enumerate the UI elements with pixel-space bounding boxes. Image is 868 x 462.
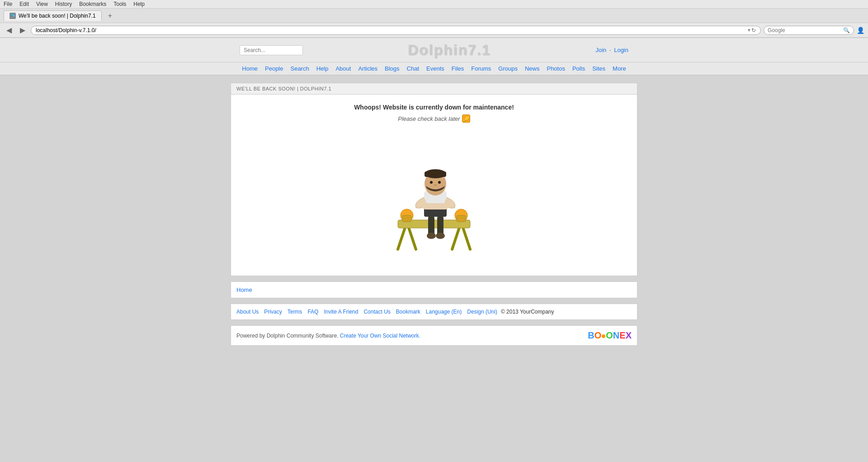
nav-box: Home — [231, 281, 637, 298]
nav-news[interactable]: News — [525, 65, 540, 72]
join-link[interactable]: Join — [595, 47, 606, 53]
svg-rect-8 — [457, 215, 466, 222]
nav-blogs[interactable]: Blogs — [385, 65, 400, 72]
address-dropdown-icon[interactable]: ▼ — [747, 28, 751, 33]
refresh-icon[interactable]: ↻ — [751, 27, 756, 33]
powered-text: Powered by Dolphin Community Software. C… — [236, 333, 420, 339]
address-bar[interactable]: ▼ ↻ — [31, 26, 761, 35]
nav-sites[interactable]: Sites — [592, 65, 605, 72]
footer-box: About Us Privacy Terms FAQ Invite A Frie… — [231, 304, 637, 320]
emoji-icon: 🔑 — [462, 114, 470, 123]
menu-bookmarks[interactable]: Bookmarks — [79, 1, 106, 7]
site-title: Dolphin7.1 — [408, 42, 491, 58]
powered-box: Powered by Dolphin Community Software. C… — [231, 325, 637, 346]
address-input[interactable] — [36, 27, 747, 33]
nav-search[interactable]: Search — [290, 65, 309, 72]
footer-contact[interactable]: Contact Us — [363, 309, 390, 315]
nav-events[interactable]: Events — [426, 65, 444, 72]
site-header: Dolphin7.1 Join · Login — [0, 38, 868, 62]
svg-rect-6 — [402, 215, 411, 222]
footer-privacy[interactable]: Privacy — [264, 309, 282, 315]
browser-search-input[interactable] — [768, 27, 843, 33]
boonex-o1: O — [594, 330, 602, 340]
maintenance-sub: Please check back later 🔑 — [398, 114, 470, 123]
menu-help[interactable]: Help — [133, 1, 145, 7]
browser-toolbar: ◀ ▶ ▼ ↻ 🔍 👤 — [0, 23, 868, 38]
svg-rect-15 — [423, 203, 448, 210]
website: Dolphin7.1 Join · Login Home People Sear… — [0, 38, 868, 445]
svg-point-12 — [436, 233, 445, 239]
create-network-link[interactable]: Create Your Own Social Network. — [340, 333, 420, 339]
new-tab-button[interactable]: + — [105, 11, 115, 21]
maintenance-title: Whoops! Website is currently down for ma… — [354, 104, 514, 111]
footer-invite[interactable]: Invite A Friend — [324, 309, 358, 315]
footer-design[interactable]: Design (Uni) — [467, 309, 497, 315]
maintenance-sub-text: Please check back later — [398, 115, 460, 122]
nav-chat[interactable]: Chat — [407, 65, 419, 72]
tab-title: We'll be back soon! | Dolphin7.1 — [19, 13, 96, 19]
boonex-o2: O — [606, 330, 613, 340]
back-button[interactable]: ◀ — [4, 25, 14, 35]
content-box-body: Whoops! Website is currently down for ma… — [231, 95, 637, 276]
menu-edit[interactable]: Edit — [19, 1, 29, 7]
menu-view[interactable]: View — [36, 1, 48, 7]
svg-point-11 — [427, 233, 436, 239]
nav-polls[interactable]: Polls — [572, 65, 585, 72]
powered-by-text: Powered by Dolphin Community Software. — [236, 333, 338, 339]
login-link[interactable]: Login — [614, 47, 628, 53]
header-inner: Dolphin7.1 Join · Login — [231, 42, 637, 58]
site-search-input[interactable] — [240, 45, 303, 55]
boonex-x: X — [626, 330, 632, 340]
menu-history[interactable]: History — [55, 1, 72, 7]
header-auth: Join · Login — [595, 47, 628, 53]
main-area: WE'LL BE BACK SOON! | DOLPHIN7.1 Whoops!… — [231, 83, 637, 346]
nav-groups[interactable]: Groups — [498, 65, 518, 72]
footer-copyright: © 2013 YourCompany — [501, 309, 554, 315]
nav-more[interactable]: More — [613, 65, 626, 72]
svg-rect-18 — [425, 171, 446, 177]
nav-home[interactable]: Home — [242, 65, 258, 72]
browser-extra-icon: 👤 — [857, 27, 864, 34]
boonex-dot — [602, 334, 605, 338]
nav-forums[interactable]: Forums — [471, 65, 491, 72]
svg-point-21 — [434, 184, 437, 186]
construction-svg — [371, 132, 497, 258]
construction-figure — [371, 132, 497, 258]
menu-file[interactable]: File — [4, 1, 12, 7]
boonex-b: B — [588, 330, 594, 340]
content-box: WE'LL BE BACK SOON! | DOLPHIN7.1 Whoops!… — [231, 83, 637, 276]
footer-language[interactable]: Language (En) — [426, 309, 462, 315]
menu-tools[interactable]: Tools — [113, 1, 126, 7]
footer-about-us[interactable]: About Us — [236, 309, 259, 315]
footer-faq[interactable]: FAQ — [307, 309, 318, 315]
menu-bar: File Edit View History Bookmarks Tools H… — [0, 0, 868, 9]
boonex-n: N — [613, 330, 619, 340]
tab-favicon: 🐬 — [9, 13, 16, 19]
tab-bar: 🐬 We'll be back soon! | Dolphin7.1 + — [0, 9, 868, 23]
svg-point-20 — [438, 181, 441, 184]
nav-articles[interactable]: Articles — [358, 65, 377, 72]
nav-inner: Home People Search Help About Articles B… — [231, 65, 637, 72]
site-nav: Home People Search Help About Articles B… — [0, 62, 868, 76]
boonex-e: E — [619, 330, 625, 340]
footer-terms[interactable]: Terms — [288, 309, 302, 315]
nav-files[interactable]: Files — [452, 65, 464, 72]
content-box-header: WE'LL BE BACK SOON! | DOLPHIN7.1 — [231, 83, 637, 95]
svg-point-19 — [430, 181, 433, 184]
browser-search-bar[interactable]: 🔍 — [764, 26, 854, 35]
boonex-logo: BOONEX — [588, 330, 632, 341]
footer-bookmark[interactable]: Bookmark — [396, 309, 420, 315]
forward-button[interactable]: ▶ — [17, 25, 28, 35]
nav-photos[interactable]: Photos — [547, 65, 565, 72]
nav-people[interactable]: People — [265, 65, 283, 72]
browser-chrome: File Edit View History Bookmarks Tools H… — [0, 0, 868, 38]
nav-about[interactable]: About — [335, 65, 351, 72]
nav-help[interactable]: Help — [316, 65, 329, 72]
auth-sep: · — [609, 47, 611, 53]
browser-search-button[interactable]: 🔍 — [843, 27, 850, 33]
active-tab[interactable]: 🐬 We'll be back soon! | Dolphin7.1 — [4, 10, 102, 21]
bottom-home-link[interactable]: Home — [236, 286, 252, 293]
